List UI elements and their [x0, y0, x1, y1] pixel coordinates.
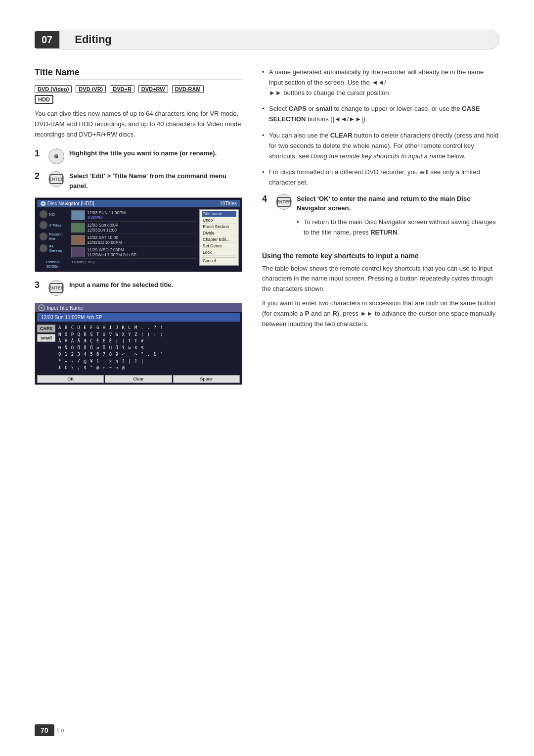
- screen-rows-left: 12/03 SUN 11:00PM1h00PM 12/03 Sun 8:00P1…: [70, 209, 197, 265]
- small-button[interactable]: small: [37, 334, 55, 342]
- sidebar-item-no: NO: [38, 209, 68, 219]
- sidebar-item-4titles: 4 Titles: [38, 220, 68, 230]
- thumb-1: [71, 210, 85, 220]
- bullet-list: A name generated automatically by the re…: [262, 67, 499, 188]
- dropdown-title-name: Title name: [202, 211, 236, 217]
- thumb-2: [71, 223, 85, 233]
- sidebar-item-allgenres: All Genres: [38, 243, 68, 254]
- enter-icon-4: ENTER: [277, 197, 291, 207]
- char-line-6: * + - / @ ¥ ] . × n [ | ] |: [58, 358, 163, 365]
- char-line-7: £ € \ ; $ ° @ ← ~ → @: [58, 365, 163, 372]
- page-number-bar: 70 En: [35, 724, 64, 736]
- step-2-number: 2: [35, 171, 44, 182]
- subsection-title: Using the remote key shortcuts to input …: [262, 252, 499, 260]
- subsection-text-1: The table below shows the remote control…: [262, 264, 499, 294]
- disc-navigator-screen: 💿 Disc Navigator [HDD] 10Titles NO 4 Tit…: [35, 197, 242, 272]
- step-4: 4 ENTER Select 'OK' to enter the name an…: [262, 194, 499, 244]
- step-3: 3 ENTER Input a name for the selected ti…: [35, 280, 242, 296]
- sidebar-item-recent: Recent first: [38, 231, 68, 242]
- ok-button[interactable]: OK: [37, 375, 104, 383]
- screen-row-4: 11/29 WED 7:00PM11/29Wed 7:00PM 2ch SP: [70, 246, 197, 259]
- sidebar-icon-genres: [40, 244, 47, 252]
- input-title-bar: 12/03 Sun 11:00PM 4ch SP: [37, 313, 240, 322]
- badge-dvdplusr: DVD+R: [110, 85, 134, 93]
- char-line-2: N O P Q R S T U V W X Y Z ( ) : ;: [58, 331, 163, 338]
- step-4-number: 4: [262, 194, 271, 204]
- char-line-3: À À À Ä Æ Ç È É É | | T T #: [58, 338, 163, 345]
- screen-header-right: 10Titles: [220, 201, 237, 206]
- input-title-screen: Input Title Name 12/03 Sun 11:00PM 4ch S…: [35, 303, 242, 385]
- sidebar-icon-4: [40, 221, 47, 229]
- thumb-4: [71, 247, 85, 257]
- char-line-4: Ð Ñ Ö Ö Ö Ö ø Ü Ü Ü Ý Þ ß $: [58, 345, 163, 352]
- screen-body: NO 4 Titles Recent first All Genres: [37, 208, 240, 270]
- clear-button[interactable]: Clear: [105, 375, 172, 383]
- subsection-text-2: If you want to enter two characters in s…: [262, 298, 499, 329]
- bullet-3: You can also use the CLEAR button to del…: [262, 131, 499, 161]
- badge-dvd-video: DVD (Video): [35, 85, 72, 93]
- step-4-bullet-1: To return to the main Disc Navigator scr…: [297, 217, 499, 238]
- screen-row-2: 12/03 Sun 8:00P12/03Sun 11:00: [70, 222, 197, 234]
- step-1-text: Highlight the title you want to name (or…: [69, 148, 217, 158]
- intro-text: You can give titles new names of up to 6…: [35, 109, 242, 140]
- dropdown-divide: Divide: [202, 230, 236, 236]
- row-3-info: 12/02 SAT 10:0012/02Sat 10:00PM: [87, 235, 196, 245]
- char-grid: A B C D E F G H I J K L M . . ? ! N O P …: [58, 325, 163, 372]
- char-line-5: 0 1 2 3 4 5 6 7 8 9 < = > " , & ': [58, 351, 163, 358]
- row-1-info: 12/03 SUN 11:00PM1h00PM: [87, 210, 196, 220]
- screen-footer: 1h00m(1.8G): [70, 259, 197, 265]
- step-1-number: 1: [35, 148, 44, 159]
- row-2-info: 12/03 Sun 8:00P12/03Sun 11:00: [87, 223, 196, 233]
- step-1: 1 Highlight the title you want to name (…: [35, 148, 242, 164]
- badge-dvd-vr: DVD (VR): [76, 85, 106, 93]
- step-2: 2 ENTER Select 'Edit' > 'Title Name' fro…: [35, 171, 242, 190]
- dropdown-cancel: Cancel: [202, 258, 236, 264]
- dropdown-erase: Erase Section: [202, 224, 236, 230]
- step-3-text: Input a name for the selected title.: [69, 280, 173, 290]
- disc-icon: [38, 304, 45, 311]
- caps-button[interactable]: CAPS: [37, 325, 55, 332]
- step-1-icon: [48, 148, 64, 164]
- screen-dropdown: Title name Undo Erase Section Divide Cha…: [199, 209, 239, 266]
- step-3-icon: ENTER: [48, 280, 64, 296]
- input-body: CAPS small A B C D E F G H I J K L M . .…: [35, 323, 242, 374]
- screen-row-3: 12/02 SAT 10:0012/02Sat 10:00PM: [70, 234, 197, 246]
- step-3-number: 3: [35, 280, 44, 290]
- page-number: 70: [35, 724, 54, 736]
- chapter-title: Editing: [59, 30, 499, 49]
- bullet-4: For discs formatted on a different DVD r…: [262, 167, 499, 188]
- chapter-header: 07 Editing: [35, 30, 499, 49]
- page-lang: En: [57, 727, 65, 734]
- caps-small-buttons: CAPS small: [37, 325, 55, 372]
- screen-main: 12/03 SUN 11:00PM1h00PM 12/03 Sun 8:00P1…: [70, 209, 239, 269]
- enter-icon: ENTER: [49, 174, 63, 184]
- dropdown-chapter-edit: Chapter Edit...: [202, 236, 236, 243]
- input-bottom-buttons: OK Clear Space: [35, 374, 242, 384]
- dropdown-set-genre: Set Genre: [202, 243, 236, 249]
- input-screen-header: Input Title Name: [35, 303, 242, 312]
- step-2-icon: ENTER: [48, 171, 64, 187]
- screen-row-1: 12/03 SUN 11:00PM1h00PM: [70, 209, 197, 222]
- screen-header-left: 💿 Disc Navigator [HDD]: [40, 201, 94, 206]
- badge-dvdplusrw: DVD+RW: [138, 85, 168, 93]
- enter-icon-3: ENTER: [49, 283, 63, 293]
- screen-header: 💿 Disc Navigator [HDD] 10Titles: [37, 200, 240, 207]
- chapter-number: 07: [35, 31, 59, 48]
- screen-row-with-dropdown: 12/03 SUN 11:00PM1h00PM 12/03 Sun 8:00P1…: [70, 209, 239, 266]
- row-4-info: 11/29 WED 7:00PM11/29Wed 7:00PM 2ch SP: [87, 247, 196, 257]
- hdd-badge: HDD: [35, 95, 242, 109]
- dvd-badges: DVD (Video) DVD (VR) DVD+R DVD+RW DVD-RA…: [35, 85, 242, 93]
- sidebar-icon-recent: [40, 233, 47, 240]
- input-screen-title: Input Title Name: [47, 305, 83, 311]
- char-line-1: A B C D E F G H I J K L M . . ? !: [58, 325, 163, 331]
- step-4-text: Select 'OK' to enter the name and return…: [297, 194, 499, 244]
- space-button[interactable]: Space: [173, 375, 240, 383]
- badge-dvd-ram: DVD-RAM: [172, 85, 204, 93]
- step-4-icon: ENTER: [276, 194, 292, 210]
- step-2-text: Select 'Edit' > 'Title Name' from the co…: [69, 171, 242, 190]
- step-4-bullets: To return to the main Disc Navigator scr…: [297, 217, 499, 238]
- dropdown-lock: Lock: [202, 249, 236, 256]
- section-title: Title Name: [35, 67, 242, 80]
- sidebar-icon: [40, 210, 47, 218]
- bullet-1: A name generated automatically by the re…: [262, 67, 499, 98]
